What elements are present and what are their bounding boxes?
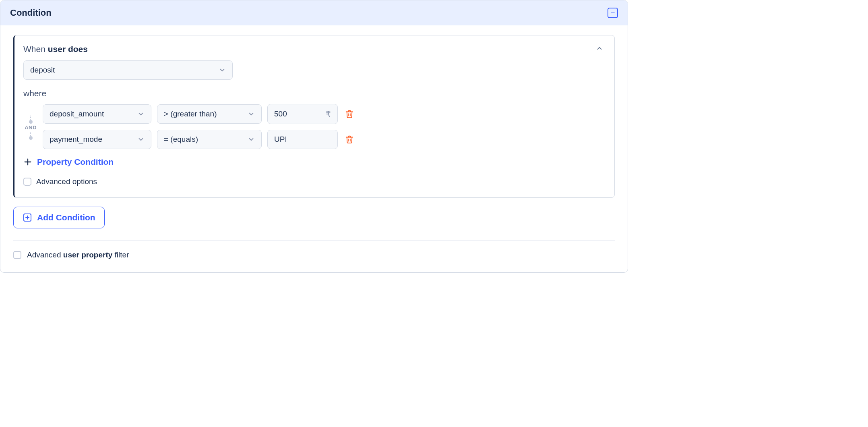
chevron-down-icon [137,110,145,118]
filter-row: payment_mode = (equals) UPI [43,130,355,149]
connector-dot [29,120,33,124]
add-condition-button[interactable]: Add Condition [13,207,105,228]
advanced-options-row: Advanced options [23,177,603,186]
advanced-user-property-filter-row: Advanced user property filter [13,251,615,259]
panel-body: When user does deposit where AND [0,25,628,272]
chevron-down-icon [137,136,145,143]
value-input[interactable]: 500 ₹ [267,104,338,124]
operator-select-value: = (equals) [164,135,198,144]
connector-line [30,131,31,136]
value-input[interactable]: UPI [267,130,338,149]
minus-icon [610,10,616,16]
property-select[interactable]: payment_mode [43,130,151,149]
adv-user-prop-suffix: filter [112,251,129,259]
advanced-user-property-checkbox[interactable] [13,251,21,259]
collapse-card-button[interactable] [596,45,603,54]
when-user-does-label: When user does [23,44,88,54]
operator-select-value: > (greater than) [164,110,217,118]
operator-select[interactable]: = (equals) [157,130,262,149]
trash-icon [345,135,354,144]
filter-row: deposit_amount > (greater than) 500 ₹ [43,104,355,124]
property-select-value: payment_mode [50,135,102,144]
where-label: where [23,89,603,98]
divider [13,240,615,241]
value-input-text: UPI [274,135,287,144]
operator-select[interactable]: > (greater than) [157,104,262,124]
panel-title: Condition [10,8,52,18]
when-prefix: When [23,44,48,54]
condition-card: When user does deposit where AND [13,35,615,198]
add-property-condition-label: Property Condition [37,157,114,167]
connector-line [30,115,31,120]
delete-filter-button[interactable] [343,108,355,120]
chevron-down-icon [219,66,226,74]
filters-container: AND deposit_amount > (greater than) [23,104,603,149]
property-select-value: deposit_amount [50,110,104,118]
plus-icon [23,158,32,166]
filter-rows: deposit_amount > (greater than) 500 ₹ [43,104,355,149]
add-property-condition-button[interactable]: Property Condition [23,157,603,167]
trash-icon [345,110,354,118]
chevron-down-icon [248,110,255,118]
condition-card-header: When user does [23,44,603,54]
panel-header: Condition [0,0,628,25]
advanced-options-checkbox[interactable] [23,178,31,186]
advanced-user-property-label: Advanced user property filter [27,251,129,259]
event-select[interactable]: deposit [23,60,233,80]
add-square-icon [23,213,32,222]
delete-filter-button[interactable] [343,133,355,145]
logic-operator-label: AND [25,124,37,131]
add-condition-label: Add Condition [37,213,95,222]
advanced-options-label: Advanced options [36,177,97,186]
when-bold: user does [48,44,88,54]
condition-panel: Condition When user does deposit where [0,0,628,273]
currency-icon: ₹ [326,109,331,119]
logic-column: AND [23,104,38,149]
value-input-text: 500 [274,110,287,118]
event-select-value: deposit [30,66,55,75]
adv-user-prop-prefix: Advanced [27,251,63,259]
adv-user-prop-bold: user property [63,251,112,259]
chevron-down-icon [248,136,255,143]
connector-dot [29,136,33,140]
chevron-up-icon [596,45,603,52]
property-select[interactable]: deposit_amount [43,104,151,124]
collapse-button[interactable] [608,8,618,18]
